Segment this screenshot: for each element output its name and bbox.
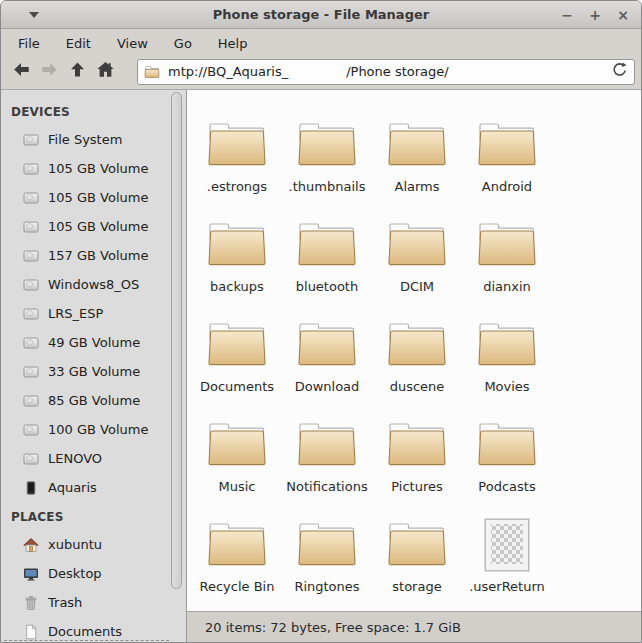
sidebar: DEVICESFile System105 GB Volume105 GB Vo… [1, 90, 187, 642]
sidebar-item-windows8-os[interactable]: Windows8_OS [1, 270, 186, 299]
drive-icon [23, 393, 39, 409]
file-item-bluetooth[interactable]: bluetooth [282, 214, 372, 314]
window-menu-icon[interactable] [29, 12, 39, 18]
sidebar-item-label: 33 GB Volume [48, 364, 140, 379]
folder-icon [205, 114, 269, 172]
file-item-pictures[interactable]: Pictures [372, 414, 462, 514]
home-button[interactable] [91, 59, 119, 85]
file-item-estrongs[interactable]: .estrongs [192, 114, 282, 214]
location-bar[interactable]: mtp://BQ_Aquaris_ /Phone storage/ [137, 59, 635, 85]
file-item-label: Music [219, 479, 256, 494]
sidebar-item-xubuntu[interactable]: xubuntu [1, 530, 186, 559]
file-item-thumbnails[interactable]: .thumbnails [282, 114, 372, 214]
file-item-music[interactable]: Music [192, 414, 282, 514]
sidebar-item-trash[interactable]: Trash [1, 588, 186, 617]
file-item-storage[interactable]: storage [372, 514, 462, 611]
sidebar-item-label: xubuntu [48, 537, 102, 552]
sidebar-item-label: 100 GB Volume [48, 422, 148, 437]
file-pane[interactable]: .estrongs.thumbnailsAlarmsAndroidbackups… [187, 90, 641, 611]
file-item-android[interactable]: Android [462, 114, 552, 214]
sidebar-item-49-gb-volume[interactable]: 49 GB Volume [1, 328, 186, 357]
file-item-ringtones[interactable]: Ringtones [282, 514, 372, 611]
home-icon [96, 60, 115, 83]
file-item-duscene[interactable]: duscene [372, 314, 462, 414]
back-button[interactable] [7, 59, 35, 85]
forward-button[interactable] [35, 59, 63, 85]
reload-icon [611, 61, 628, 82]
sidebar-list: DEVICESFile System105 GB Volume105 GB Vo… [1, 97, 186, 642]
status-text: 20 items: 72 bytes, Free space: 1.7 GiB [205, 620, 461, 635]
file-item-notifications[interactable]: Notifications [282, 414, 372, 514]
file-item-podcasts[interactable]: Podcasts [462, 414, 552, 514]
folder-icon [295, 414, 359, 472]
folder-icon [475, 414, 539, 472]
folder-icon [295, 114, 359, 172]
file-item-alarms[interactable]: Alarms [372, 114, 462, 214]
sidebar-item-desktop[interactable]: Desktop [1, 559, 186, 588]
sidebar-item-lrs-esp[interactable]: LRS_ESP [1, 299, 186, 328]
sidebar-item-85-gb-volume[interactable]: 85 GB Volume [1, 386, 186, 415]
file-item-movies[interactable]: Movies [462, 314, 552, 414]
folder-icon [475, 314, 539, 372]
file-item-label: Pictures [391, 479, 442, 494]
folder-icon [385, 214, 449, 272]
file-item-dianxin[interactable]: dianxin [462, 214, 552, 314]
path-suffix: /Phone storage/ [346, 64, 449, 79]
folder-icon [385, 514, 449, 572]
up-arrow-icon [68, 60, 87, 83]
drive-icon [23, 364, 39, 380]
sidebar-item-105-gb-volume[interactable]: 105 GB Volume [1, 212, 186, 241]
reload-button[interactable] [611, 61, 628, 82]
sidebar-scrollbar[interactable] [171, 92, 182, 589]
up-button[interactable] [63, 59, 91, 85]
sidebar-item-label: 157 GB Volume [48, 248, 148, 263]
drive-icon [23, 277, 39, 293]
home-icon [23, 537, 39, 553]
file-item-label: Notifications [286, 479, 367, 494]
sidebar-item-aquaris[interactable]: Aquaris [1, 473, 186, 502]
drive-icon [23, 248, 39, 264]
file-item-label: .estrongs [207, 179, 267, 194]
sidebar-item-105-gb-volume[interactable]: 105 GB Volume [1, 154, 186, 183]
window-title: Phone storage - File Manager [1, 7, 641, 22]
sidebar-item-label: 105 GB Volume [48, 190, 148, 205]
sidebar-item-label: Trash [48, 595, 82, 610]
minimize-button[interactable]: − [559, 1, 575, 29]
menu-view[interactable]: View [104, 32, 161, 55]
maximize-button[interactable]: + [587, 1, 603, 29]
folder-icon [385, 314, 449, 372]
sidebar-item-documents[interactable]: Documents [1, 617, 186, 642]
menu-edit[interactable]: Edit [53, 32, 104, 55]
menu-go[interactable]: Go [161, 32, 205, 55]
sidebar-item-lenovo[interactable]: LENOVO [1, 444, 186, 473]
window-body: DEVICESFile System105 GB Volume105 GB Vo… [1, 90, 641, 642]
sidebar-item-157-gb-volume[interactable]: 157 GB Volume [1, 241, 186, 270]
file-item-label: dianxin [483, 279, 531, 294]
file-item-label: storage [392, 579, 441, 594]
file-item-label: DCIM [400, 279, 434, 294]
file-item-documents[interactable]: Documents [192, 314, 282, 414]
file-item-recycle-bin[interactable]: Recycle Bin [192, 514, 282, 611]
titlebar: Phone storage - File Manager − + × [1, 1, 641, 29]
file-item-label: Download [295, 379, 360, 394]
file-item-userreturn[interactable]: .userReturn [462, 514, 552, 611]
file-item-dcim[interactable]: DCIM [372, 214, 462, 314]
sidebar-item-label: Desktop [48, 566, 102, 581]
folder-icon [475, 214, 539, 272]
menu-help[interactable]: Help [205, 32, 261, 55]
menu-file[interactable]: File [5, 32, 53, 55]
sidebar-item-33-gb-volume[interactable]: 33 GB Volume [1, 357, 186, 386]
folder-icon [385, 414, 449, 472]
sidebar-item-file-system[interactable]: File System [1, 125, 186, 154]
close-button[interactable]: × [615, 1, 631, 29]
sidebar-item-105-gb-volume[interactable]: 105 GB Volume [1, 183, 186, 212]
file-item-backups[interactable]: backups [192, 214, 282, 314]
menubar: FileEditViewGoHelp [1, 29, 641, 57]
forward-arrow-icon [40, 60, 59, 83]
sidebar-item-100-gb-volume[interactable]: 100 GB Volume [1, 415, 186, 444]
file-item-label: Recycle Bin [200, 579, 275, 594]
file-item-download[interactable]: Download [282, 314, 372, 414]
sidebar-item-label: 49 GB Volume [48, 335, 140, 350]
main-column: .estrongs.thumbnailsAlarmsAndroidbackups… [187, 90, 641, 642]
file-item-label: .thumbnails [289, 179, 366, 194]
